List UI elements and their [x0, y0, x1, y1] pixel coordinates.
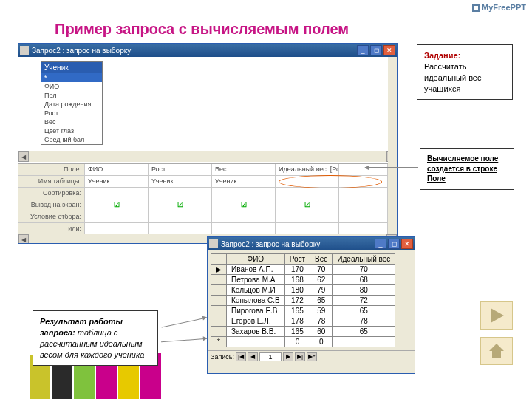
table-cell[interactable]: 0 — [310, 337, 332, 347]
grid-cell[interactable] — [149, 223, 212, 234]
field-list-item[interactable]: * — [41, 73, 102, 82]
table-cell[interactable]: 60 — [310, 327, 332, 337]
table-cell[interactable]: Захаров В.В. — [227, 327, 285, 337]
table-cell[interactable]: 178 — [284, 316, 310, 327]
table-row[interactable]: Петрова М.А1686268 — [211, 275, 395, 285]
titlebar[interactable]: Запрос2 : запрос на выборку _ ◻ ✕ — [18, 44, 397, 57]
grid-cell[interactable] — [339, 211, 388, 222]
grid-cell[interactable] — [339, 223, 388, 234]
field-list-item[interactable]: Вес — [41, 117, 102, 126]
table-cell[interactable]: Кольцов М.И — [227, 285, 285, 296]
table-cell[interactable]: Пирогова Е.В — [227, 306, 285, 316]
row-selector[interactable] — [211, 296, 227, 306]
table-row[interactable]: ▶Иванов А.П.1707070 — [211, 265, 395, 275]
nav-new-icon[interactable]: ▶* — [307, 352, 317, 361]
table-cell[interactable]: 70 — [310, 265, 332, 275]
grid-cell[interactable] — [276, 176, 339, 187]
slide-next-button[interactable] — [480, 301, 513, 330]
table-cell[interactable]: 79 — [310, 285, 332, 296]
grid-cell[interactable] — [85, 211, 149, 222]
close-button[interactable]: ✕ — [401, 239, 413, 249]
column-header[interactable]: Идеальный вес — [332, 254, 395, 265]
vertical-scrollbar[interactable] — [388, 57, 397, 234]
table-row[interactable]: Захаров В.В.1656065 — [211, 327, 395, 337]
minimize-button[interactable]: _ — [357, 45, 369, 55]
column-header[interactable]: Вес — [310, 254, 332, 265]
grid-cell[interactable]: ☑ — [212, 200, 276, 211]
table-cell[interactable]: 62 — [310, 275, 332, 285]
scroll-left-icon[interactable]: ◀ — [18, 234, 29, 243]
grid-cell[interactable] — [212, 223, 276, 234]
field-list-item[interactable]: ФИО — [41, 82, 102, 91]
grid-cell[interactable] — [276, 223, 339, 234]
column-header[interactable]: ФИО — [227, 254, 285, 265]
table-cell[interactable]: 168 — [284, 275, 310, 285]
grid-cell[interactable]: Рост — [149, 164, 212, 175]
query-grid[interactable]: Поле:ФИОРостВесИдеальный вес: [Рост]-100… — [18, 163, 388, 234]
grid-cell[interactable]: Вес — [212, 164, 276, 175]
grid-cell[interactable]: ☑ — [149, 200, 212, 211]
table-cell[interactable]: 165 — [284, 327, 310, 337]
table-cell[interactable]: 165 — [284, 306, 310, 316]
table-cell[interactable]: Егоров Е.Л. — [227, 316, 285, 327]
field-list-item[interactable]: Рост — [41, 109, 102, 117]
table-cell[interactable]: 180 — [284, 285, 310, 296]
table-cell[interactable]: 170 — [284, 265, 310, 275]
table-cell[interactable]: 68 — [332, 275, 395, 285]
field-list-item[interactable]: Дата рождения — [41, 100, 102, 109]
table-cell[interactable]: Копылова С.В — [227, 296, 285, 306]
row-selector[interactable]: ▶ — [211, 265, 227, 275]
close-button[interactable]: ✕ — [383, 45, 395, 55]
nav-prev-icon[interactable]: ◀ — [248, 352, 258, 361]
nav-position[interactable] — [259, 352, 282, 361]
maximize-button[interactable]: ◻ — [388, 239, 400, 249]
table-cell[interactable]: 59 — [310, 306, 332, 316]
row-selector[interactable] — [211, 306, 227, 316]
grid-cell[interactable] — [339, 176, 388, 187]
nav-next-icon[interactable]: ▶ — [283, 352, 293, 361]
grid-cell[interactable] — [276, 211, 339, 222]
table-cell[interactable]: 78 — [332, 316, 395, 327]
nav-last-icon[interactable]: ▶| — [295, 352, 305, 361]
column-header[interactable]: Рост — [284, 254, 310, 265]
minimize-button[interactable]: _ — [375, 239, 386, 249]
maximize-button[interactable]: ◻ — [370, 45, 382, 55]
table-cell[interactable]: 65 — [332, 327, 395, 337]
field-list[interactable]: Ученик *ФИОПолДата рожденияРостВесЦвет г… — [41, 61, 103, 145]
grid-cell[interactable] — [276, 188, 339, 199]
table-cell[interactable]: 65 — [310, 296, 332, 306]
grid-cell[interactable]: ☑ — [85, 200, 149, 211]
table-new-row[interactable]: *00 — [211, 337, 395, 347]
grid-cell[interactable] — [212, 188, 276, 199]
table-cell[interactable]: 172 — [284, 296, 310, 306]
table-row[interactable]: Кольцов М.И1807980 — [211, 285, 395, 296]
table-row[interactable]: Егоров Е.Л.1787878 — [211, 316, 395, 327]
data-table[interactable]: ФИОРостВесИдеальный вес▶Иванов А.П.17070… — [211, 253, 395, 347]
table-row[interactable]: Копылова С.В1726572 — [211, 296, 395, 306]
grid-cell[interactable] — [339, 188, 388, 199]
table-cell[interactable] — [332, 337, 395, 347]
table-cell[interactable]: Петрова М.А — [227, 275, 285, 285]
grid-cell[interactable] — [339, 200, 388, 211]
table-cell[interactable] — [227, 337, 285, 347]
grid-cell[interactable] — [212, 211, 276, 222]
grid-cell[interactable]: ☑ — [276, 200, 339, 211]
slide-home-button[interactable] — [480, 337, 513, 365]
field-list-item[interactable]: Цвет глаз — [41, 126, 102, 135]
row-selector[interactable] — [211, 285, 227, 296]
grid-cell[interactable] — [85, 188, 149, 199]
table-cell[interactable]: 70 — [332, 265, 395, 275]
grid-cell[interactable]: ФИО — [85, 164, 149, 175]
table-row[interactable]: Пирогова Е.В1655965 — [211, 306, 395, 316]
grid-cell[interactable] — [149, 211, 212, 222]
scroll-left-icon[interactable]: ◀ — [18, 151, 29, 162]
field-list-item[interactable]: Пол — [41, 91, 102, 100]
grid-cell[interactable] — [339, 164, 388, 175]
grid-cell[interactable] — [149, 188, 212, 199]
table-cell[interactable]: 65 — [332, 306, 395, 316]
row-selector[interactable] — [211, 316, 227, 327]
row-selector[interactable]: * — [211, 337, 227, 347]
field-list-item[interactable]: Средний бал — [41, 135, 102, 144]
grid-cell[interactable]: Ученик — [212, 176, 276, 187]
table-cell[interactable]: 80 — [332, 285, 395, 296]
